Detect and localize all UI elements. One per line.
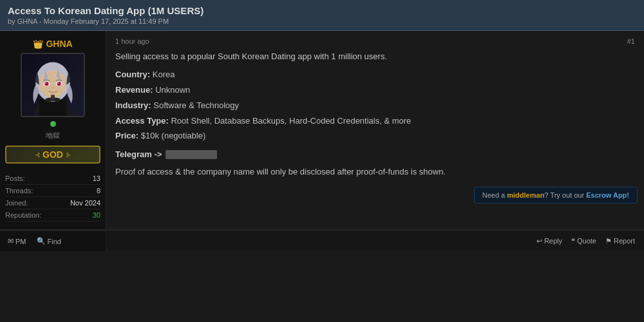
find-button[interactable]: 🔍 Find (34, 236, 64, 247)
post-number: #1 (627, 37, 635, 45)
stat-value: 8 (97, 187, 100, 194)
quote-label: Quote (577, 237, 596, 245)
post-time: 1 hour ago (115, 37, 149, 45)
avatar (21, 53, 85, 117)
pm-button[interactable]: ✉ PM (5, 236, 29, 247)
stat-label: Joined: (5, 199, 28, 207)
svg-point-13 (58, 82, 59, 84)
username: 👑 GHNA (33, 39, 72, 49)
stat-value: 13 (93, 175, 100, 182)
find-icon: 🔍 (37, 237, 46, 245)
stat-row: Threads:8 (5, 185, 100, 197)
field-country: Country: Korea (115, 68, 635, 82)
crown-icon: 👑 (33, 39, 43, 49)
user-stats: Posts:13Threads:8Joined:Nov 2024Reputati… (5, 173, 100, 222)
telegram-line: Telegram -> (115, 149, 635, 159)
post-intro: Selling access to a popular South Korean… (115, 50, 635, 63)
stat-value: 30 (93, 211, 100, 219)
report-icon: ⚑ (605, 237, 612, 245)
pm-icon: ✉ (8, 237, 14, 245)
escrow-middleman: middleman (507, 191, 544, 199)
stat-row: Reputation:30 (5, 209, 100, 222)
escrow-app-link[interactable]: Escrow App! (586, 191, 629, 199)
report-button[interactable]: ⚑ Report (603, 236, 638, 247)
right-wing-icon: ⊱ (66, 151, 71, 158)
stat-label: Reputation: (5, 211, 41, 219)
user-panel: 👑 GHNA (0, 31, 106, 229)
field-access-type: Access Type: Root Shell, Database Backup… (115, 115, 635, 128)
page-subtitle: by GHNA - Monday February 17, 2025 at 11… (8, 17, 636, 25)
pm-label: PM (15, 238, 26, 245)
page-title: Access To Korean Dating App (1M USERS) (8, 5, 636, 16)
reply-label: Reply (544, 237, 562, 245)
telegram-label: Telegram -> (115, 149, 162, 159)
quote-icon: ❝ (571, 237, 575, 245)
field-price: Price: $10k (negotiable) (115, 129, 635, 143)
stat-label: Posts: (5, 175, 25, 182)
reply-button[interactable]: ↩ Reply (534, 236, 565, 247)
field-industry: Industry: Software & Technology (115, 99, 635, 113)
reply-icon: ↩ (536, 237, 542, 245)
rank-badge: ⊰ GOD ⊱ (5, 146, 100, 164)
post-meta: 1 hour ago #1 (115, 37, 635, 45)
post-fields: Country: Korea Revenue: Unknown Industry… (115, 68, 635, 143)
field-revenue: Revenue: Unknown (115, 84, 635, 97)
post-container: 👑 GHNA (0, 31, 644, 230)
online-indicator (50, 121, 56, 127)
svg-rect-14 (51, 95, 55, 100)
stat-row: Posts:13 (5, 173, 100, 185)
avatar-image (22, 54, 84, 116)
rank-label: GOD (43, 149, 63, 160)
find-label: Find (48, 238, 61, 245)
stat-value: Nov 2024 (70, 199, 100, 207)
post-content-area: 1 hour ago #1 Selling access to a popula… (106, 31, 644, 229)
telegram-blurred-value (166, 150, 217, 159)
escrow-banner: Need a middleman? Try out our Escrow App… (474, 187, 638, 204)
stat-label: Threads: (5, 187, 33, 194)
left-wing-icon: ⊰ (35, 151, 40, 158)
proof-text: Proof of access & the company name will … (115, 166, 635, 178)
svg-point-9 (46, 82, 47, 84)
stat-row: Joined:Nov 2024 (5, 197, 100, 209)
user-kanji: 地獄 (46, 131, 60, 140)
report-label: Report (614, 237, 635, 245)
page-header: Access To Korean Dating App (1M USERS) b… (0, 0, 644, 31)
quote-button[interactable]: ❝ Quote (569, 236, 599, 247)
